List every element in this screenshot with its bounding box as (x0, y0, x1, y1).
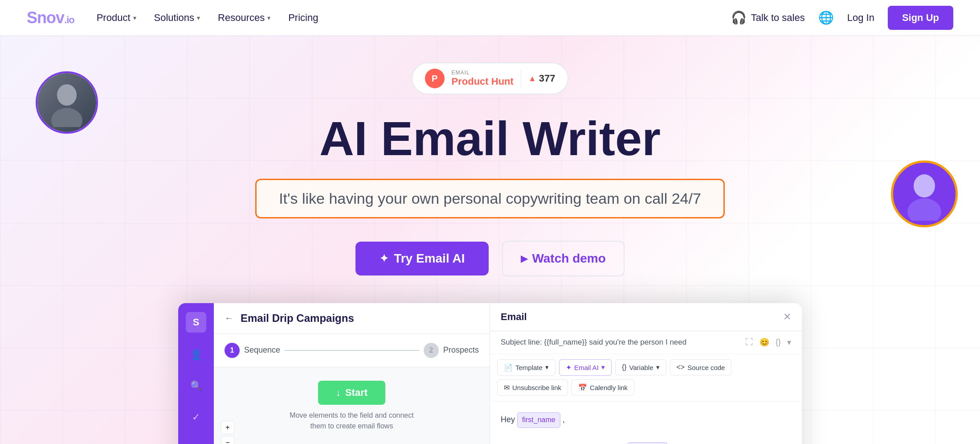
upvote-icon: ▲ (528, 74, 536, 83)
start-description: Move elements to the field and connect t… (285, 410, 419, 432)
nav-item-solutions[interactable]: Solutions ▾ (154, 12, 200, 24)
nav-right: 🎧 Talk to sales 🌐 Log In Sign Up (731, 6, 953, 30)
ai-icon: ✦ (566, 363, 572, 372)
step-divider (285, 350, 419, 351)
login-button[interactable]: Log In (847, 12, 874, 24)
close-button[interactable]: ✕ (783, 311, 791, 323)
chevron-down-icon: ▾ (197, 14, 200, 21)
email-toolbar: 📄 Template ▾ ✦ Email AI ▾ {} Variable ▾ (490, 354, 802, 402)
subject-icons: ⛶ 😊 {} ▾ (745, 337, 791, 347)
start-node[interactable]: ↓ Start (318, 381, 385, 405)
logo-text: Snov (27, 8, 64, 27)
campaign-canvas: ↓ Start Move elements to the field and c… (214, 367, 490, 444)
code-icon[interactable]: {} (776, 337, 781, 347)
ph-count: ▲ 377 (528, 73, 555, 84)
zoom-out-button[interactable]: − (221, 436, 234, 444)
headset-icon: 🎧 (731, 10, 747, 25)
step-num-1: 1 (225, 343, 240, 358)
sidebar-icon-check[interactable]: ✓ (187, 408, 205, 426)
variable-icon: {} (622, 363, 627, 371)
try-email-ai-button[interactable]: ✦ Try Email AI (355, 242, 489, 275)
nav-links: Product ▾ Solutions ▾ Resources ▾ Pricin… (97, 12, 318, 24)
step-num-2: 2 (424, 343, 439, 358)
watch-demo-button[interactable]: ▶ Watch demo (502, 241, 624, 276)
hero-content: P Email Product Hunt ▲ 377 AI Email Writ… (0, 36, 980, 444)
mail-icon: ✉ (504, 383, 510, 392)
chevron-down-icon: ▾ (133, 14, 136, 21)
app-preview: S 👤 🔍 ✓ ← Email Drip Campaigns 1 Sequenc… (178, 303, 802, 444)
talk-to-sales-button[interactable]: 🎧 Talk to sales (731, 10, 805, 25)
source-code-icon: <> (677, 363, 685, 371)
expand-icon[interactable]: ▾ (787, 337, 791, 347)
logo-suffix: .io (64, 14, 74, 25)
step-2: 2 Prospects (424, 343, 479, 358)
toolbar-email-ai-button[interactable]: ✦ Email AI ▾ (559, 359, 612, 376)
template-icon: 📄 (504, 363, 513, 372)
nav-item-pricing[interactable]: Pricing (288, 12, 318, 24)
hero-subtitle: It's like having your own personal copyw… (279, 190, 701, 207)
sidebar-logo: S (186, 312, 206, 333)
campaign-steps: 1 Sequence 2 Prospects (214, 334, 490, 367)
email-subject-row: Subject line: {{full_name}} said you're … (490, 331, 802, 354)
toolbar-calendly-button[interactable]: 📅 Calendly link (572, 379, 634, 396)
step-label-1: Sequence (244, 345, 280, 355)
ph-icon: P (425, 69, 445, 88)
subject-line: Subject line: {{full_name}} said you're … (501, 338, 686, 347)
hero-buttons: ✦ Try Email AI ▶ Watch demo (355, 241, 625, 276)
download-icon: ↓ (336, 387, 341, 399)
email-body: Hey first_name , My name's Han. Our mutu… (490, 402, 802, 444)
email-panel-header: Email ✕ (490, 303, 802, 331)
canvas-content: ↓ Start Move elements to the field and c… (214, 367, 490, 444)
email-panel-title: Email (501, 311, 527, 323)
signup-button[interactable]: Sign Up (888, 6, 953, 30)
email-body-text: Hey first_name , My name's Han. Our mutu… (501, 412, 791, 444)
nav-item-resources[interactable]: Resources ▾ (218, 12, 270, 24)
chevron-down-icon: ▾ (267, 14, 270, 21)
ph-divider (521, 70, 521, 87)
campaign-header: ← Email Drip Campaigns (214, 303, 490, 334)
nav-item-product[interactable]: Product ▾ (97, 12, 136, 24)
canvas-controls: + − 100% (221, 421, 237, 444)
product-hunt-badge[interactable]: P Email Product Hunt ▲ 377 (412, 62, 569, 95)
step-1: 1 Sequence (225, 343, 280, 358)
toolbar-unsubscribe-button[interactable]: ✉ Unsubscribe link (497, 379, 568, 396)
campaign-title: Email Drip Campaigns (241, 312, 354, 325)
navbar: Snov.io Product ▾ Solutions ▾ Resources … (0, 0, 980, 36)
variable-full-name: full_name (627, 442, 668, 444)
chevron-down-icon: ▾ (601, 363, 605, 371)
variable-first-name: first_name (517, 412, 560, 428)
sparkle-icon: ✦ (380, 252, 388, 265)
toolbar-template-button[interactable]: 📄 Template ▾ (497, 359, 555, 376)
emoji-icon[interactable]: 😊 (760, 337, 769, 347)
back-button[interactable]: ← (225, 313, 233, 323)
hero-title: AI Email Writer (319, 112, 661, 165)
sidebar-icon-person[interactable]: 👤 (187, 346, 205, 364)
app-sidebar: S 👤 🔍 ✓ (178, 303, 214, 444)
chevron-down-icon: ▾ (545, 363, 549, 371)
calendar-icon: 📅 (578, 383, 587, 392)
ph-title: Product Hunt (452, 76, 514, 87)
sidebar-icon-search[interactable]: 🔍 (187, 377, 205, 395)
play-icon: ▶ (521, 253, 527, 264)
nav-left: Snov.io Product ▾ Solutions ▾ Resources … (27, 8, 318, 27)
step-label-2: Prospects (443, 345, 479, 355)
toolbar-source-code-button[interactable]: <> Source code (670, 359, 732, 375)
zoom-in-button[interactable]: + (221, 421, 234, 434)
globe-icon[interactable]: 🌐 (818, 10, 834, 25)
resize-icon[interactable]: ⛶ (745, 337, 753, 347)
logo[interactable]: Snov.io (27, 8, 74, 27)
campaign-panel: ← Email Drip Campaigns 1 Sequence 2 Pros… (214, 303, 490, 444)
chevron-down-icon: ▾ (656, 363, 660, 371)
toolbar-variable-button[interactable]: {} Variable ▾ (615, 359, 666, 375)
email-panel: Email ✕ Subject line: {{full_name}} said… (490, 303, 802, 444)
hero-section: P Email Product Hunt ▲ 377 AI Email Writ… (0, 36, 980, 444)
hero-subtitle-box: It's like having your own personal copyw… (255, 179, 725, 218)
